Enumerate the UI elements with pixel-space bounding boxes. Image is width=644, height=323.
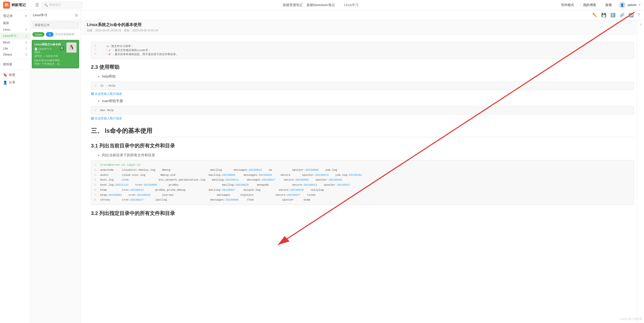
ls-terminal-output: 1. [root@server-01 log]# ls 2. anaconda … [91,160,634,205]
note-search-input[interactable] [32,22,79,28]
note-timestamps: 创建：2023-09-08 18:58:24 更新：2023-09-08 19:… [87,29,638,32]
person-icon: 👤 [3,80,7,84]
editor-area: ✏️ 💾 ℹ️ 🔗 ↩️ ? Linux系统之ls命令的基本使用 创建：2023… [81,10,644,323]
editor-toolbar: ✏️ 💾 ℹ️ 🔗 ↩️ ? [81,10,644,20]
ls-help-code: 1. ls --help [91,82,634,90]
note-title: Linux系统之ls命令的基本使用 [87,22,638,28]
info-icon[interactable]: ℹ️ [609,12,616,18]
add-tag-button[interactable]: 贝点击添加标签 [55,32,75,36]
user-chevron-icon: ▼ [638,4,641,6]
tags-bar: Linux ls 贝点击添加标签 [30,30,81,39]
new-normal-note-button[interactable]: 新建普通笔记 [283,3,303,7]
note-badge: B [60,46,64,50]
note-card-toc: @TOC — ls命令介绍 [34,54,64,58]
note-search-area [30,20,81,30]
user-area[interactable]: 👤 admin ▼ [619,2,641,8]
editor-meta: Linux系统之ls命令的基本使用 创建：2023-09-08 18:58:24… [81,20,644,35]
user-name: admin [628,3,636,7]
note-list-panel: Linux学习 ⊞ Linux ls 贝点击添加标签 Linux系统之ls命令的… [30,10,81,323]
sidebar-item-latest[interactable]: 最新 [0,20,30,27]
undo-icon[interactable]: ↩️ [628,12,635,18]
context-code-block: 6. -s：按文件大小排序； 7. '-i'：显示文件或目录的inode号； 8… [91,42,634,59]
note-card-meta: 📄 Linux学习 © 2023... [34,47,64,54]
sidebar-item-tags[interactable]: 🔖 标签 [0,71,30,79]
tag-linux[interactable]: Linux [32,32,44,37]
image-placeholder-2: 🖼 在这里插入图片描述 [91,116,634,121]
image-placeholder-1: 🖼 在这里插入图片描述 [91,92,634,96]
hamburger-lines-icon[interactable]: ≡ [639,22,641,26]
editor-content: 6. -s：按文件大小排序； 7. '-i'：显示文件或目录的inode号； 8… [81,35,644,323]
app-logo: 蚂 蚂蚁笔记 [3,2,33,9]
save-icon[interactable]: 💾 [600,12,607,18]
topbar: 蚂 蚂蚁笔记 ☰ 🔍 搜索笔记 新建普通笔记 新建Markdown笔记 - Li… [0,0,644,10]
sidebar-divider-2 [0,69,30,70]
main-layout: 笔记本 + 最新 Linux 0 Linux学习 1 Work 0 Life 2 [0,10,644,323]
sidebar-item-work[interactable]: Work 0 [0,39,30,46]
sidebar-item-life[interactable]: Life 2 [0,46,30,52]
new-markdown-note-button[interactable]: 新建Markdown笔记 [307,3,335,7]
note-list-title: Linux学习 [33,13,47,17]
sidebar-item-share[interactable]: 👤 分享 [0,79,30,86]
man-bullet: man帮助手册 [102,98,634,104]
updated-timestamp: 更新：2023-09-08 19:01:46 [124,29,158,32]
app-name: 蚂蚁笔记 [12,3,26,7]
topbar-actions: 写作模式 我的博客 探索 👤 admin ▼ [559,2,641,8]
new-note-area: 新建普通笔记 新建Markdown笔记 - Linux学习 [84,3,557,7]
sidebar-divider [0,59,30,59]
note-list-header: Linux学习 ⊞ [30,10,81,20]
sidebar: 笔记本 + 最新 Linux 0 Linux学习 1 Work 0 Life 2 [0,10,30,323]
csdn-watermark: CSDN @江湖有我 [620,317,642,321]
tag-ls[interactable]: ls [46,32,54,37]
section-3-heading: 三、 ls命令的基本使用 [91,127,634,137]
my-blog-button[interactable]: 我的博客 [581,2,598,8]
search-bar[interactable]: 🔍 搜索笔记 [42,2,82,8]
notebook-list: 最新 Linux 0 Linux学习 1 Work 0 Life 2 Other… [0,20,30,58]
sidebar-item-linux[interactable]: Linux 0 [0,27,30,33]
sidebar-item-trash[interactable]: 废纸篓 [0,61,30,68]
section-3-1-heading: 3.1 列出当前目录中的所有文件和目录 [91,142,634,149]
notebooks-label: 笔记本 [3,14,13,18]
help-icon[interactable]: ? [637,12,641,18]
man-help-code: 1. man help [91,106,634,114]
section-2-3-heading: 2.3 使用帮助 [91,64,634,71]
note-card[interactable]: Linux系统之ls命令的 B 📄 Linux学习 © 2023... @TOC… [32,40,79,68]
help-bullet: help帮助 [102,74,634,80]
view-toggle-button[interactable]: ⊞ [75,13,78,17]
menu-icon[interactable]: ☰ [35,3,39,7]
avatar: 👤 [619,2,626,8]
sidebar-item-others[interactable]: Others 0 [0,52,30,58]
created-timestamp: 创建：2023-09-08 18:58:24 [87,29,121,32]
bookmark-icon: 🔖 [3,73,7,77]
link-icon[interactable]: 🔗 [618,12,626,18]
edit-icon[interactable]: ✏️ [591,12,598,18]
current-notebook-label: Linux学习 [344,3,358,7]
add-notebook-icon[interactable]: + [25,14,27,18]
explore-button[interactable]: 探索 [603,2,614,8]
notebooks-section-header: 笔记本 + [0,12,30,20]
list-all-bullet: 列出当前目录下的所有文件和目录 [102,152,634,158]
sidebar-item-linux-learning[interactable]: Linux学习 1 [0,33,30,39]
logo-icon: 蚂 [3,2,10,9]
section-3-2-heading: 3.2 列出指定目录中的所有文件和目录 [91,210,634,217]
note-card-thumbnail: 🐧 [66,42,77,53]
note-card-preview: ls命令是Linux操作系统 [34,59,64,62]
write-mode-button[interactable]: 写作模式 [559,2,576,8]
note-card-preview-2: 中的一个常用命令，在... [34,62,64,66]
right-panel: ≡ [637,20,644,323]
note-card-title: Linux系统之ls命令的 B [34,42,64,46]
